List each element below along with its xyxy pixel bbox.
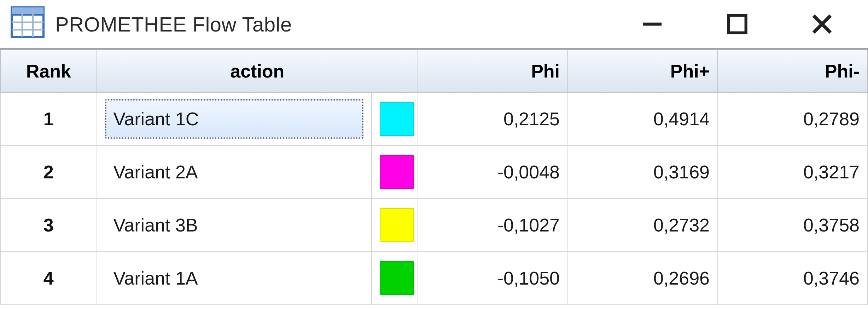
- table-row[interactable]: 2Variant 2A-0,00480,31690,3217: [0, 145, 868, 199]
- phi-minus-cell: 0,3746: [718, 252, 868, 305]
- col-header-rank[interactable]: Rank: [0, 50, 97, 92]
- window-title: PROMETHEE Flow Table: [55, 12, 638, 36]
- phi-plus-cell: 0,4914: [568, 92, 718, 145]
- rank-cell: 2: [0, 145, 97, 199]
- color-swatch-cell: [372, 252, 418, 305]
- phi-cell: -0,0048: [418, 145, 568, 199]
- phi-plus-cell: 0,2696: [568, 252, 718, 305]
- table-row[interactable]: 3Variant 3B-0,10270,27320,3758: [0, 199, 868, 252]
- action-label: Variant 1C: [105, 99, 363, 139]
- maximize-button[interactable]: [723, 10, 751, 38]
- rank-cell: 1: [0, 92, 97, 145]
- col-header-phi[interactable]: Phi: [418, 50, 568, 92]
- flow-table[interactable]: Rank action Phi Phi+ Phi- 1Variant 1C0,2…: [0, 50, 868, 305]
- phi-minus-cell: 0,2789: [718, 92, 868, 145]
- svg-rect-8: [728, 15, 746, 33]
- phi-minus-cell: 0,3217: [718, 145, 868, 199]
- action-cell[interactable]: Variant 1A: [97, 252, 372, 305]
- phi-plus-cell: 0,3169: [568, 145, 718, 199]
- phi-cell: -0,1050: [418, 252, 568, 305]
- color-swatch-cell: [372, 145, 418, 199]
- window-root: PROMETHEE Flow Table Rank actio: [0, 0, 868, 309]
- phi-plus-cell: 0,2732: [568, 199, 718, 252]
- color-swatch: [380, 102, 414, 136]
- minimize-button[interactable]: [638, 10, 666, 38]
- rank-cell: 4: [0, 252, 97, 305]
- col-header-phi-plus[interactable]: Phi+: [568, 50, 718, 92]
- svg-rect-1: [12, 7, 43, 15]
- table-row[interactable]: 1Variant 1C0,21250,49140,2789: [0, 92, 868, 145]
- color-swatch: [380, 155, 414, 189]
- table-icon: [11, 5, 45, 43]
- phi-cell: -0,1027: [418, 199, 568, 252]
- action-cell[interactable]: Variant 3B: [97, 199, 372, 252]
- close-button[interactable]: [808, 10, 836, 38]
- phi-cell: 0,2125: [418, 92, 568, 145]
- table-header: Rank action Phi Phi+ Phi-: [0, 50, 868, 92]
- col-header-action[interactable]: action: [97, 50, 418, 92]
- color-swatch-cell: [372, 199, 418, 252]
- rank-cell: 3: [0, 199, 97, 252]
- action-label: Variant 2A: [105, 152, 363, 192]
- table-row[interactable]: 4Variant 1A-0,10500,26960,3746: [0, 252, 868, 305]
- titlebar: PROMETHEE Flow Table: [0, 0, 868, 50]
- color-swatch: [380, 208, 414, 242]
- color-swatch-cell: [372, 92, 418, 145]
- color-swatch: [380, 261, 414, 295]
- action-label: Variant 1A: [105, 258, 363, 298]
- action-cell[interactable]: Variant 2A: [97, 145, 372, 199]
- phi-minus-cell: 0,3758: [718, 199, 868, 252]
- col-header-phi-minus[interactable]: Phi-: [718, 50, 868, 92]
- action-cell[interactable]: Variant 1C: [97, 92, 372, 145]
- action-label: Variant 3B: [105, 205, 363, 245]
- window-controls: [638, 10, 864, 38]
